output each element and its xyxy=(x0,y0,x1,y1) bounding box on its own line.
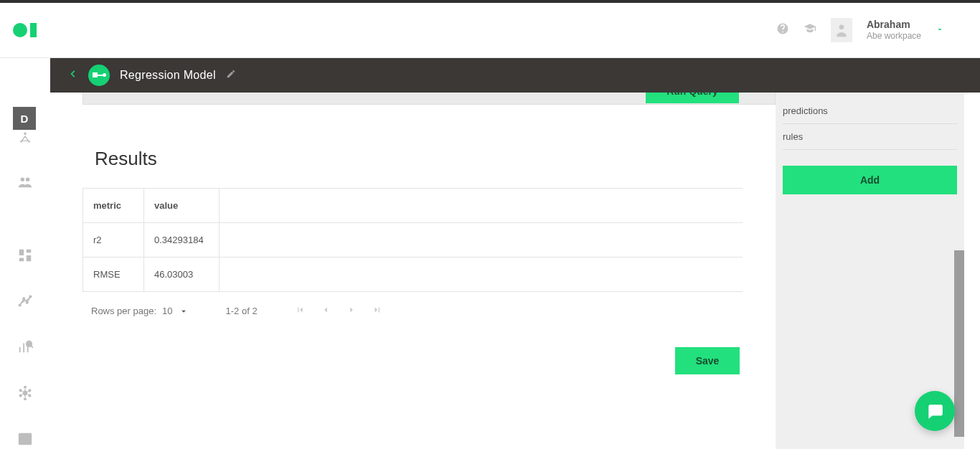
right-panel-list: predictions rules xyxy=(776,93,964,150)
first-page-icon[interactable] xyxy=(295,305,305,317)
next-page-icon[interactable] xyxy=(347,305,357,317)
nav-icon-analytics[interactable] xyxy=(17,339,33,358)
page-title-bar: Regression Model xyxy=(50,58,980,93)
back-icon[interactable] xyxy=(68,67,78,84)
results-table: metric value r2 0.34293184 RMSE 46.03003 xyxy=(83,188,743,292)
add-button[interactable]: Add xyxy=(783,166,957,194)
logo-area xyxy=(0,22,50,38)
svg-point-3 xyxy=(28,141,30,143)
svg-point-5 xyxy=(26,178,29,182)
last-page-icon[interactable] xyxy=(372,305,382,317)
svg-rect-7 xyxy=(27,250,31,253)
nav-icon-brain[interactable] xyxy=(17,385,33,404)
dropdown-icon xyxy=(179,306,189,316)
page-range: 1-2 of 2 xyxy=(226,306,258,316)
prev-page-icon[interactable] xyxy=(321,305,331,317)
svg-point-0 xyxy=(839,25,844,30)
svg-rect-22 xyxy=(19,434,32,445)
nav-icon-dashboard[interactable] xyxy=(17,247,33,266)
scrollbar-thumb[interactable] xyxy=(954,250,964,437)
table-header-row: metric value xyxy=(83,189,743,223)
query-area: Run Query xyxy=(83,93,776,105)
app-logo[interactable] xyxy=(13,22,38,38)
run-query-button[interactable]: Run Query xyxy=(646,93,739,103)
topbar-right: Abraham Abe workpace xyxy=(776,18,980,42)
cell-metric: RMSE xyxy=(83,257,144,292)
col-value: value xyxy=(144,189,220,223)
col-metric: metric xyxy=(83,189,144,223)
svg-point-1 xyxy=(24,133,27,136)
svg-rect-8 xyxy=(27,255,31,261)
graduation-icon[interactable] xyxy=(804,22,816,38)
help-icon[interactable] xyxy=(776,22,789,38)
left-nav: D xyxy=(0,58,50,449)
svg-point-4 xyxy=(21,178,24,182)
cell-value: 46.03003 xyxy=(144,257,220,292)
list-item[interactable]: predictions xyxy=(783,98,957,124)
svg-point-11 xyxy=(23,298,25,300)
scroll-main: Run Query Results metric value r2 0.3429… xyxy=(83,93,776,449)
col-spacer xyxy=(220,189,743,223)
nav-icon-users[interactable] xyxy=(17,174,33,193)
user-workspace: Abe workpace xyxy=(867,31,921,41)
save-button[interactable]: Save xyxy=(675,347,740,374)
top-header: Abraham Abe workpace xyxy=(0,3,980,58)
rows-per-page-label: Rows per page: xyxy=(91,306,156,316)
rows-per-page-value: 10 xyxy=(162,306,172,316)
svg-point-2 xyxy=(20,141,22,143)
table-paginator: Rows per page: 10 1-2 of 2 xyxy=(91,305,776,317)
nav-icon-code[interactable] xyxy=(17,431,33,449)
project-badge[interactable]: D xyxy=(13,107,36,130)
chat-widget-button[interactable] xyxy=(915,391,955,431)
cell-metric: r2 xyxy=(83,223,144,257)
cell-value: 0.34293184 xyxy=(144,223,220,257)
svg-point-15 xyxy=(23,391,27,395)
main-content: Run Query Results metric value r2 0.3429… xyxy=(50,93,980,449)
svg-point-12 xyxy=(26,301,28,303)
table-row: RMSE 46.03003 xyxy=(83,257,743,292)
table-row: r2 0.34293184 xyxy=(83,223,743,257)
results-heading: Results xyxy=(95,148,776,170)
nav-icon-1[interactable] xyxy=(17,128,33,147)
svg-point-10 xyxy=(19,304,21,306)
edit-title-icon[interactable] xyxy=(226,69,236,82)
svg-point-21 xyxy=(24,398,27,400)
avatar[interactable] xyxy=(831,18,852,42)
list-item[interactable]: rules xyxy=(783,124,957,150)
svg-point-20 xyxy=(24,386,27,388)
chevron-down-icon[interactable] xyxy=(936,24,944,37)
nav-icon-graph[interactable] xyxy=(17,293,33,312)
svg-point-13 xyxy=(29,296,32,298)
svg-rect-9 xyxy=(19,258,24,262)
svg-point-14 xyxy=(27,341,32,346)
model-type-icon xyxy=(88,65,110,86)
svg-rect-6 xyxy=(19,250,24,255)
user-menu[interactable]: Abraham Abe workpace xyxy=(867,19,921,41)
user-name: Abraham xyxy=(867,19,921,31)
rows-per-page[interactable]: Rows per page: 10 xyxy=(91,306,189,316)
page-title: Regression Model xyxy=(120,69,216,82)
